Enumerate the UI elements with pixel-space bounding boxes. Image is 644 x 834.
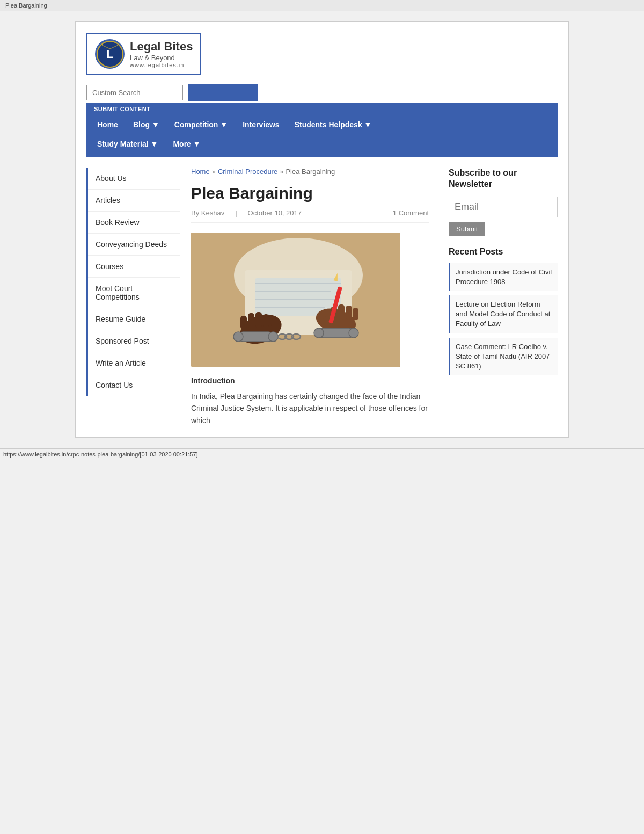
article-image <box>191 233 400 367</box>
recent-post-item-1[interactable]: Jurisdiction under Code of Civil Procedu… <box>449 263 558 291</box>
left-sidebar: About Us Articles Book Review Conveyanci… <box>86 168 180 426</box>
nav-home[interactable]: Home <box>90 115 126 134</box>
sidebar-item-sponsored-post[interactable]: Sponsored Post <box>88 330 180 352</box>
logo-text: Legal Bites Law & Beyond www.legalbites.… <box>130 40 193 68</box>
page-wrapper: L Legal Bites Law & Beyond www.legalbite… <box>75 21 569 438</box>
article-meta: By Keshav | October 10, 2017 1 Comment <box>191 209 429 223</box>
article-intro-heading: Introduction <box>191 376 429 385</box>
logo-emblem-icon: L <box>97 41 123 68</box>
search-input[interactable] <box>86 85 183 100</box>
email-input[interactable] <box>449 197 558 217</box>
submit-content-bar[interactable]: SUBMIT CONTENT <box>86 103 558 115</box>
nav-helpdesk[interactable]: Students Helpdesk ▼ <box>287 115 379 134</box>
main-content: Home » Criminal Procedure » Plea Bargain… <box>180 168 440 426</box>
article-separator: | <box>235 209 237 217</box>
breadcrumb-section[interactable]: Criminal Procedure <box>218 168 277 176</box>
article-date: October 10, 2017 <box>248 209 302 217</box>
nav-competition[interactable]: Competition ▼ <box>167 115 235 134</box>
site-url: www.legalbites.in <box>130 62 193 68</box>
nav-bar-row1: Home Blog ▼ Competition ▼ Interviews Stu… <box>86 115 558 134</box>
sidebar-item-book-review[interactable]: Book Review <box>88 212 180 234</box>
svg-rect-16 <box>255 312 262 328</box>
nav-blog[interactable]: Blog ▼ <box>126 115 167 134</box>
browser-tab: Plea Bargaining <box>0 0 644 11</box>
sidebar-item-resume-guide[interactable]: Resume Guide <box>88 308 180 330</box>
newsletter-section: Subscribe to our Newsletter Submit <box>449 168 558 236</box>
sidebar-item-moot-court[interactable]: Moot Court Competitions <box>88 278 180 308</box>
svg-rect-29 <box>353 308 358 320</box>
nav-bar-row2: Study Material ▼ More ▼ <box>86 134 558 157</box>
sidebar-item-conveyancing-deeds[interactable]: Conveyancing Deeds <box>88 234 180 256</box>
svg-rect-28 <box>346 306 352 320</box>
nav-more[interactable]: More ▼ <box>165 134 208 154</box>
search-button[interactable] <box>188 84 258 101</box>
site-subtitle: Law & Beyond <box>130 54 193 62</box>
content-area: About Us Articles Book Review Conveyanci… <box>86 168 558 426</box>
svg-point-20 <box>268 332 278 342</box>
status-bar: https://www.legalbites.in/crpc-notes-ple… <box>0 448 644 460</box>
logo-icon: L <box>95 39 125 69</box>
newsletter-title: Subscribe to our Newsletter <box>449 168 558 190</box>
svg-rect-14 <box>240 316 247 329</box>
sidebar-item-courses[interactable]: Courses <box>88 256 180 278</box>
recent-post-item-3[interactable]: Case Comment: I R Coelho v. State of Tam… <box>449 338 558 376</box>
svg-text:L: L <box>106 47 113 61</box>
recent-post-item-2[interactable]: Lecture on Election Reform and Model Cod… <box>449 295 558 333</box>
svg-point-33 <box>314 328 324 338</box>
recent-posts-title: Recent Posts <box>449 247 558 257</box>
breadcrumb-home[interactable]: Home <box>191 168 210 176</box>
site-header: L Legal Bites Law & Beyond www.legalbite… <box>86 33 201 75</box>
breadcrumb-sep1: » <box>212 168 216 176</box>
site-title: Legal Bites <box>130 40 193 54</box>
breadcrumb-current: Plea Bargaining <box>286 168 335 176</box>
sidebar-item-articles[interactable]: Articles <box>88 190 180 212</box>
nav-study-material[interactable]: Study Material ▼ <box>90 134 165 154</box>
recent-posts-section: Recent Posts Jurisdiction under Code of … <box>449 247 558 376</box>
article-comments[interactable]: 1 Comment <box>393 209 429 217</box>
article-author: By Keshav <box>191 209 224 217</box>
nav-interviews[interactable]: Interviews <box>235 115 287 134</box>
svg-point-19 <box>233 332 243 342</box>
svg-point-34 <box>349 328 358 338</box>
right-sidebar: Subscribe to our Newsletter Submit Recen… <box>440 168 558 426</box>
article-intro-text: In India, Plea Bargaining has certainly … <box>191 390 429 426</box>
svg-rect-17 <box>263 314 269 328</box>
sidebar-item-write-article[interactable]: Write an Article <box>88 352 180 374</box>
article-image-svg <box>191 233 400 367</box>
article-title: Plea Bargaining <box>191 184 429 202</box>
breadcrumb-sep2: » <box>280 168 283 176</box>
svg-rect-15 <box>248 313 254 328</box>
breadcrumb: Home » Criminal Procedure » Plea Bargain… <box>191 168 429 176</box>
newsletter-submit-button[interactable]: Submit <box>449 222 485 236</box>
svg-rect-27 <box>338 304 345 320</box>
sidebar-item-about-us[interactable]: About Us <box>88 168 180 190</box>
sidebar-item-contact-us[interactable]: Contact Us <box>88 374 180 396</box>
search-bar <box>86 84 558 101</box>
